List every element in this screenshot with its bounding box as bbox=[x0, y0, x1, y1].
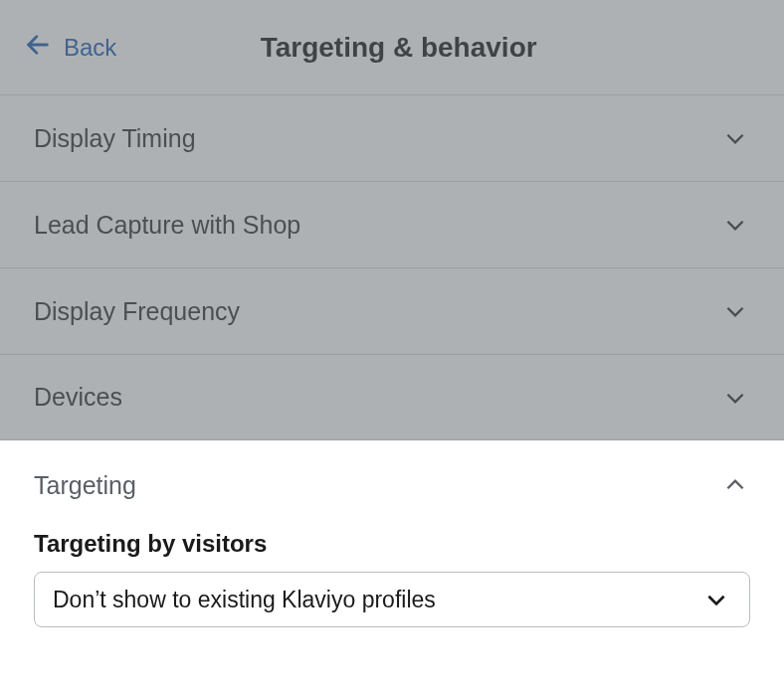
section-label: Devices bbox=[34, 383, 122, 412]
chevron-down-icon bbox=[720, 123, 750, 153]
back-label: Back bbox=[64, 34, 116, 62]
chevron-down-icon bbox=[720, 383, 750, 413]
page-header: Back Targeting & behavior bbox=[0, 0, 784, 94]
chevron-up-icon bbox=[720, 470, 750, 500]
section-lead-capture[interactable]: Lead Capture with Shop bbox=[0, 181, 784, 267]
section-devices[interactable]: Devices bbox=[0, 354, 784, 440]
section-label: Display Frequency bbox=[34, 297, 240, 326]
section-targeting-header[interactable]: Targeting bbox=[0, 440, 784, 524]
section-label: Display Timing bbox=[34, 124, 196, 153]
section-display-timing[interactable]: Display Timing bbox=[0, 94, 784, 181]
chevron-down-icon bbox=[701, 585, 731, 614]
targeting-by-visitors-group: Targeting by visitors Don’t show to exis… bbox=[0, 524, 784, 657]
targeting-by-visitors-select[interactable]: Don’t show to existing Klaviyo profiles bbox=[34, 572, 750, 627]
chevron-down-icon bbox=[720, 296, 750, 326]
section-label: Lead Capture with Shop bbox=[34, 211, 300, 240]
select-value: Don’t show to existing Klaviyo profiles bbox=[53, 587, 436, 613]
targeting-by-visitors-label: Targeting by visitors bbox=[34, 530, 750, 558]
page-title: Targeting & behavior bbox=[116, 32, 681, 64]
chevron-down-icon bbox=[720, 210, 750, 240]
arrow-left-icon bbox=[24, 31, 52, 65]
section-list: Display Timing Lead Capture with Shop Di… bbox=[0, 94, 784, 440]
section-targeting: Targeting Targeting by visitors Don’t sh… bbox=[0, 440, 784, 657]
section-display-frequency[interactable]: Display Frequency bbox=[0, 267, 784, 354]
back-button[interactable]: Back bbox=[24, 31, 116, 65]
section-label: Targeting bbox=[34, 471, 136, 500]
